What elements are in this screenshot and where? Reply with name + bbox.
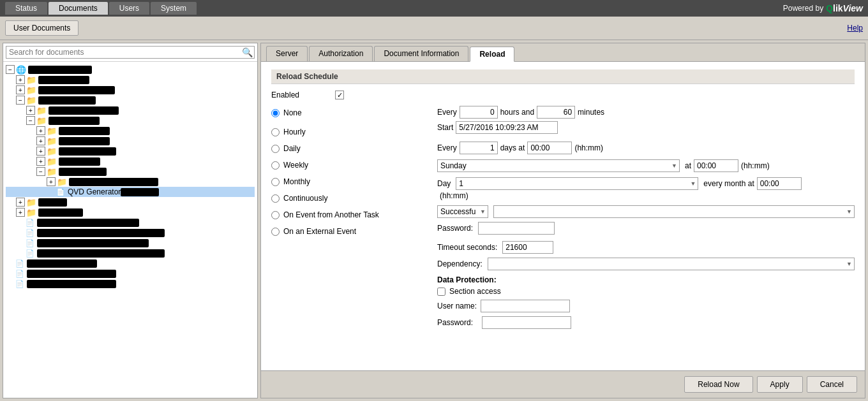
section-access-label: Section access — [449, 287, 501, 296]
radio-external-event[interactable]: On an External Event — [271, 224, 424, 238]
event-task-select[interactable] — [493, 205, 855, 218]
tree-item[interactable]: − 📁 — [6, 95, 255, 105]
event-status-select[interactable]: Successful Failed — [437, 205, 488, 218]
search-input[interactable] — [6, 46, 255, 59]
dependency-select-wrapper[interactable] — [488, 258, 855, 270]
tree-label — [49, 117, 100, 125]
tree-item[interactable]: 📄 — [6, 238, 255, 248]
tree-item[interactable]: 📄 — [6, 217, 255, 228]
tree-item[interactable]: + 📁 — [6, 105, 255, 115]
tree-item[interactable]: + 📁 — [6, 85, 255, 95]
weekly-time-input[interactable] — [694, 159, 738, 172]
tree-toggle[interactable]: + — [16, 208, 25, 217]
tree-toggle[interactable]: + — [36, 157, 45, 166]
tree-toggle[interactable]: + — [36, 126, 45, 135]
tree-item[interactable]: + 📁 — [6, 177, 255, 187]
tree-toggle[interactable]: − — [16, 96, 25, 105]
tree-item[interactable]: + 📁 — [6, 146, 255, 156]
radio-external-event-input[interactable] — [271, 228, 280, 236]
tree-item[interactable]: − 🌐 — [6, 64, 255, 75]
data-protection-label: Data Protection: — [437, 275, 855, 284]
tree-item[interactable]: + 📁 — [6, 75, 255, 85]
nav-tab-system[interactable]: System — [151, 2, 197, 15]
folder-icon: 📁 — [47, 157, 57, 166]
cancel-button[interactable]: Cancel — [807, 376, 857, 393]
event-status-select-wrapper[interactable]: Successful Failed — [437, 205, 488, 218]
radio-daily-input[interactable] — [271, 145, 280, 153]
event-task-select-wrapper[interactable] — [493, 205, 855, 218]
daily-days-input[interactable] — [460, 142, 498, 154]
tree-item[interactable]: + 📁 — [6, 197, 255, 207]
reload-now-button[interactable]: Reload Now — [684, 376, 752, 393]
monthly-day-select[interactable]: 1 2 3 — [456, 177, 698, 190]
tree-toggle[interactable]: + — [36, 136, 45, 145]
nav-tab-documents[interactable]: Documents — [49, 2, 108, 15]
radio-none-input[interactable] — [271, 109, 280, 117]
tree-toggle[interactable]: + — [16, 85, 25, 94]
radio-none[interactable]: None — [271, 106, 424, 120]
minutes-input[interactable] — [537, 106, 575, 119]
monthly-time-input[interactable] — [757, 177, 802, 190]
nav-tab-users[interactable]: Users — [109, 2, 149, 15]
tree-toggle[interactable]: + — [36, 147, 45, 156]
radio-hourly[interactable]: Hourly — [271, 125, 424, 139]
radio-continuously[interactable]: Continuously — [271, 191, 424, 205]
tree-item[interactable]: + 📁 — [6, 207, 255, 217]
tree-item[interactable]: + 📁 — [6, 156, 255, 166]
password-input[interactable] — [482, 316, 571, 329]
section-access-checkbox[interactable] — [437, 288, 445, 296]
tab-authorization[interactable]: Authorization — [309, 46, 373, 61]
tree-toggle[interactable]: + — [16, 75, 25, 84]
radio-hourly-input[interactable] — [271, 128, 280, 136]
tree-toggle[interactable]: + — [16, 198, 25, 207]
hours-input[interactable] — [460, 106, 498, 119]
search-container: 🔍 — [3, 43, 257, 62]
tree-toggle[interactable]: − — [26, 116, 35, 125]
tab-reload[interactable]: Reload — [470, 47, 514, 62]
tree-item[interactable]: 📄 — [6, 258, 255, 268]
monthly-day-select-wrapper[interactable]: 1 2 3 — [456, 177, 698, 190]
start-datetime-input[interactable] — [456, 121, 558, 134]
radio-daily[interactable]: Daily — [271, 142, 424, 156]
nav-tab-status[interactable]: Status — [5, 2, 47, 15]
radio-monthly-input[interactable] — [271, 178, 280, 186]
tree-item[interactable]: + 📁 — [6, 126, 255, 136]
tree-item[interactable]: − 📁 — [6, 166, 255, 177]
daily-row: Every days at (hh:mm) — [437, 142, 855, 154]
user-documents-button[interactable]: User Documents — [5, 20, 79, 36]
tree-item[interactable]: 📄 — [6, 248, 255, 258]
tree-item-selected[interactable]: 📄 QVD Generator — [6, 187, 255, 197]
radio-event-task-input[interactable] — [271, 211, 280, 219]
tab-document-information[interactable]: Document Information — [374, 46, 468, 61]
dependency-select[interactable] — [488, 258, 855, 270]
tree-toggle[interactable]: + — [26, 106, 35, 115]
tree-label — [38, 198, 67, 207]
radio-event-task[interactable]: On Event from Another Task — [271, 208, 424, 222]
event-password-row: Password: — [437, 222, 855, 235]
daily-time-input[interactable] — [527, 142, 572, 154]
username-input[interactable] — [481, 300, 570, 312]
tree-item[interactable]: 📄 — [6, 268, 255, 279]
radio-weekly[interactable]: Weekly — [271, 158, 424, 172]
help-button[interactable]: Help — [847, 24, 863, 33]
radio-weekly-input[interactable] — [271, 161, 280, 170]
document-icon: 📄 — [15, 279, 25, 288]
tree-toggle[interactable]: + — [47, 177, 56, 186]
event-password-input[interactable] — [478, 222, 555, 235]
tree-item[interactable]: 📄 — [6, 279, 255, 289]
tree-toggle[interactable]: − — [6, 65, 15, 74]
tree-toggle[interactable]: − — [36, 167, 45, 176]
weekly-day-select[interactable]: Sunday Monday Tuesday Wednesday Thursday… — [437, 159, 680, 172]
timeout-input[interactable] — [502, 241, 553, 254]
tree-item[interactable]: 📄 — [6, 228, 255, 238]
tree-label — [59, 127, 110, 135]
weekly-day-select-wrapper[interactable]: Sunday Monday Tuesday Wednesday Thursday… — [437, 159, 680, 172]
radio-continuously-input[interactable] — [271, 194, 280, 203]
tab-server[interactable]: Server — [266, 46, 308, 61]
document-icon: 📄 — [25, 218, 35, 227]
tree-item[interactable]: + 📁 — [6, 136, 255, 146]
tree-item[interactable]: − 📁 — [6, 115, 255, 126]
radio-monthly[interactable]: Monthly — [271, 175, 424, 189]
enabled-checkbox[interactable] — [335, 91, 344, 99]
apply-button[interactable]: Apply — [757, 376, 803, 393]
